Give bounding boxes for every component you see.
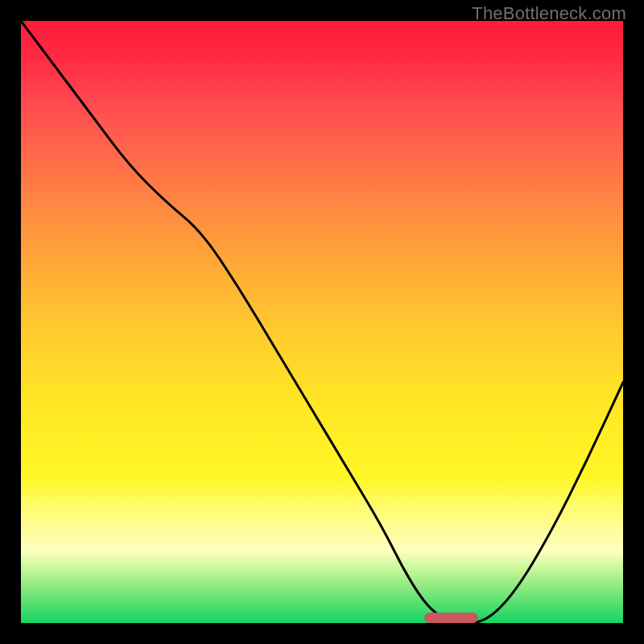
optimum-marker	[424, 613, 478, 623]
plot-area	[21, 21, 623, 623]
bottleneck-curve	[21, 21, 623, 623]
watermark-text: TheBottleneck.com	[472, 3, 626, 24]
chart-frame: TheBottleneck.com	[0, 0, 644, 644]
